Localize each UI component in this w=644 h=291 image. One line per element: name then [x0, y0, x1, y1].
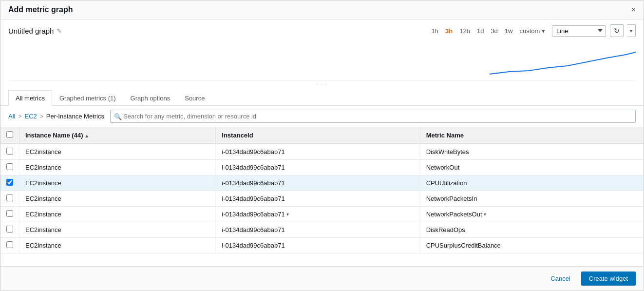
- graph-title-row: Untitled graph ✎ 1h 3h 12h 1d 3d 1w cust…: [0, 19, 644, 37]
- breadcrumb-sep-2: >: [40, 113, 43, 120]
- row-checkbox[interactable]: [6, 226, 13, 233]
- header-instance-name[interactable]: Instance Name (44): [19, 127, 216, 144]
- table-row: EC2instance i-0134dad99c6abab71 NetworkP…: [0, 191, 644, 207]
- tabs-row: All metrics Graphed metrics (1) Graph op…: [0, 90, 644, 106]
- metric-name-cell: NetworkPacketsIn: [420, 191, 644, 207]
- header-checkbox-col: [0, 127, 19, 144]
- row-checkbox-cell: [0, 191, 19, 207]
- metric-name-cell: CPUSurplusCreditBalance: [420, 238, 644, 253]
- metrics-table-container: Instance Name (44) InstanceId Metric Nam…: [0, 127, 644, 266]
- row-checkbox[interactable]: [6, 179, 13, 186]
- edit-title-icon[interactable]: ✎: [57, 27, 62, 35]
- refresh-icon: ↻: [614, 27, 620, 35]
- metric-name-cell: NetworkPacketsOut ▾: [420, 207, 644, 222]
- time-btn-3d[interactable]: 3d: [488, 26, 500, 36]
- row-checkbox[interactable]: [6, 241, 13, 248]
- row-checkbox[interactable]: [6, 210, 13, 217]
- metric-name-cell: NetworkOut: [420, 160, 644, 175]
- time-btn-3h[interactable]: 3h: [442, 26, 455, 36]
- instance-name-cell: EC2instance: [19, 175, 216, 191]
- tab-all-metrics[interactable]: All metrics: [8, 90, 52, 106]
- instance-name-cell: EC2instance: [19, 238, 216, 253]
- modal: Add metric graph × Untitled graph ✎ 1h 3…: [0, 0, 644, 291]
- time-btn-custom[interactable]: custom ▾: [516, 26, 548, 36]
- graph-line-chart: [490, 47, 636, 77]
- table-row: EC2instance i-0134dad99c6abab71 ▾ Networ…: [0, 207, 644, 222]
- breadcrumb-current: Per-Instance Metrics: [46, 113, 104, 120]
- modal-header: Add metric graph ×: [0, 0, 644, 19]
- select-all-checkbox[interactable]: [6, 131, 13, 138]
- refresh-dropdown-button[interactable]: ▾: [627, 24, 636, 37]
- modal-title: Add metric graph: [8, 5, 73, 14]
- table-row: EC2instance i-0134dad99c6abab71 DiskWrit…: [0, 144, 644, 160]
- row-checkbox-cell: [0, 144, 19, 160]
- graph-title: Untitled graph: [8, 27, 54, 35]
- row-checkbox-cell: [0, 238, 19, 253]
- instance-id-value: i-0134dad99c6abab71: [222, 211, 284, 218]
- chevron-down-icon: ▾: [630, 28, 632, 34]
- instance-name-cell: EC2instance: [19, 160, 216, 175]
- instance-name-cell: EC2instance: [19, 207, 216, 222]
- drag-handle[interactable]: · · ·: [0, 81, 644, 88]
- time-btn-1h[interactable]: 1h: [429, 26, 441, 36]
- instance-name-cell: EC2instance: [19, 222, 216, 238]
- time-btn-1d[interactable]: 1d: [474, 26, 487, 36]
- instance-id-cell: i-0134dad99c6abab71: [216, 144, 420, 160]
- instance-id-cell: i-0134dad99c6abab71: [216, 175, 420, 191]
- row-checkbox-cell: [0, 222, 19, 238]
- instance-id-cell: i-0134dad99c6abab71: [216, 222, 420, 238]
- metric-name-value: NetworkPacketsOut: [426, 211, 482, 218]
- table-row: EC2instance i-0134dad99c6abab71 CPUSurpl…: [0, 238, 644, 253]
- row-checkbox[interactable]: [6, 194, 13, 201]
- row-checkbox[interactable]: [6, 163, 13, 170]
- table-row: EC2instance i-0134dad99c6abab71 DiskRead…: [0, 222, 644, 238]
- table-row: EC2instance i-0134dad99c6abab71 CPUUtili…: [0, 175, 644, 191]
- metrics-table: Instance Name (44) InstanceId Metric Nam…: [0, 127, 644, 253]
- graph-controls: 1h 3h 12h 1d 3d 1w custom ▾ Line Stacked…: [429, 24, 636, 37]
- chart-type-select[interactable]: Line Stacked area Number Bar: [552, 25, 606, 37]
- breadcrumb-row: All > EC2 > Per-Instance Metrics 🔍: [0, 106, 644, 127]
- search-input[interactable]: [110, 110, 636, 123]
- metric-name-cell: DiskWriteBytes: [420, 144, 644, 160]
- table-row: EC2instance i-0134dad99c6abab71 NetworkO…: [0, 160, 644, 175]
- search-box: 🔍: [110, 110, 636, 123]
- time-btn-12h[interactable]: 12h: [456, 26, 473, 36]
- breadcrumb-sep-1: >: [18, 113, 21, 120]
- instance-id-cell: i-0134dad99c6abab71: [216, 238, 420, 253]
- search-icon: 🔍: [114, 113, 122, 120]
- time-buttons: 1h 3h 12h 1d 3d 1w custom ▾: [429, 26, 548, 36]
- graph-title-left: Untitled graph ✎: [8, 27, 62, 35]
- metric-name-with-dropdown: NetworkPacketsOut ▾: [426, 211, 638, 218]
- tab-graph-options[interactable]: Graph options: [123, 90, 178, 106]
- header-metric-name: Metric Name: [420, 127, 644, 144]
- instance-id-cell: i-0134dad99c6abab71: [216, 191, 420, 207]
- instance-id-with-dropdown: i-0134dad99c6abab71 ▾: [222, 211, 414, 218]
- time-btn-1w[interactable]: 1w: [502, 26, 516, 36]
- row-checkbox-cell: [0, 175, 19, 191]
- instance-id-cell: i-0134dad99c6abab71 ▾: [216, 207, 420, 222]
- instance-name-cell: EC2instance: [19, 144, 216, 160]
- refresh-button[interactable]: ↻: [610, 24, 624, 37]
- breadcrumb-all[interactable]: All: [8, 113, 15, 120]
- metric-dropdown-icon[interactable]: ▾: [484, 212, 486, 217]
- instance-id-cell: i-0134dad99c6abab71: [216, 160, 420, 175]
- breadcrumb-ec2[interactable]: EC2: [24, 113, 37, 120]
- header-instance-id: InstanceId: [216, 127, 420, 144]
- create-widget-button[interactable]: Create widget: [581, 272, 636, 286]
- instance-name-cell: EC2instance: [19, 191, 216, 207]
- cancel-button[interactable]: Cancel: [545, 272, 576, 285]
- metric-name-cell: DiskReadOps: [420, 222, 644, 238]
- tab-source[interactable]: Source: [177, 90, 212, 106]
- instance-id-dropdown-icon[interactable]: ▾: [286, 212, 289, 217]
- row-checkbox-cell: [0, 160, 19, 175]
- footer-row: Cancel Create widget: [0, 266, 644, 291]
- tab-graphed-metrics[interactable]: Graphed metrics (1): [52, 90, 123, 106]
- row-checkbox[interactable]: [6, 148, 13, 155]
- graph-preview: [8, 37, 636, 81]
- row-checkbox-cell: [0, 207, 19, 222]
- table-header-row: Instance Name (44) InstanceId Metric Nam…: [0, 127, 644, 144]
- close-button[interactable]: ×: [631, 6, 636, 14]
- metric-name-cell: CPUUtilization: [420, 175, 644, 191]
